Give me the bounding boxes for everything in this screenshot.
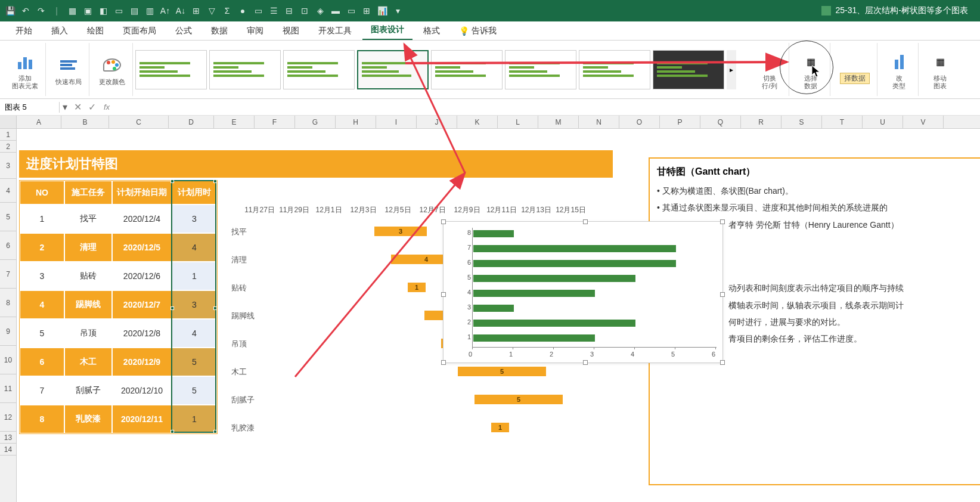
selected-chart[interactable]: 8 7 6 5 4 3 2 1 0 1 2 xyxy=(443,221,723,363)
chart-bar[interactable] xyxy=(473,290,595,297)
col-header[interactable]: I xyxy=(376,116,417,128)
col-header[interactable]: L xyxy=(498,116,538,128)
row-header[interactable]: 2 xyxy=(0,141,16,153)
table-header-task[interactable]: 施工任务 xyxy=(64,181,112,204)
col-header[interactable]: A xyxy=(17,116,61,128)
select-all-corner[interactable] xyxy=(0,116,17,128)
tab-view[interactable]: 视图 xyxy=(274,22,308,40)
col-header[interactable]: S xyxy=(781,116,822,128)
qat-icon[interactable]: ▽ xyxy=(206,5,217,16)
chart-style-7[interactable] xyxy=(579,50,650,89)
qat-icon[interactable]: ▣ xyxy=(82,5,93,16)
chart-style-3[interactable] xyxy=(283,50,355,89)
cancel-formula-icon[interactable]: ✕ xyxy=(70,101,85,113)
qat-icon[interactable]: ⊟ xyxy=(284,5,294,16)
sheet-area[interactable]: A B C D E F G H I J K L M N O P Q R S T … xyxy=(0,116,980,502)
qat-icon[interactable]: ◈ xyxy=(315,5,325,16)
gallery-next-button[interactable]: ▸ xyxy=(727,50,736,89)
qat-icon[interactable]: A↑ xyxy=(160,5,170,16)
accept-formula-icon[interactable]: ✓ xyxy=(85,101,99,113)
gantt-bar[interactable]: 5 xyxy=(475,395,563,404)
qat-icon[interactable]: A↓ xyxy=(175,5,186,16)
qat-icon[interactable]: ▭ xyxy=(253,5,263,16)
chart-bar[interactable] xyxy=(473,230,514,237)
quick-layout-button[interactable]: 快速布局 xyxy=(53,51,84,88)
qat-icon[interactable]: ▥ xyxy=(144,5,155,16)
qat-icon[interactable]: ◧ xyxy=(98,5,108,16)
table-header-no[interactable]: NO xyxy=(20,181,64,204)
add-chart-element-button[interactable]: 添加 图表元素 xyxy=(10,47,41,91)
qat-icon[interactable]: ● xyxy=(237,5,248,16)
chart-style-1[interactable] xyxy=(135,50,207,89)
col-header[interactable]: H xyxy=(336,116,376,128)
gantt-bar[interactable]: 1 xyxy=(491,423,509,432)
qat-icon[interactable]: ▦ xyxy=(67,5,77,16)
gantt-bar[interactable]: 5 xyxy=(458,367,546,376)
row-header[interactable]: 10 xyxy=(0,346,16,374)
save-icon[interactable]: 💾 xyxy=(5,5,15,16)
row-header[interactable]: 1 xyxy=(0,129,16,141)
row-header[interactable]: 12 xyxy=(0,403,16,432)
tab-pagelayout[interactable]: 页面布局 xyxy=(114,22,165,40)
tab-formulas[interactable]: 公式 xyxy=(167,22,200,40)
choose-data-tooltip[interactable]: 择数据 xyxy=(838,52,872,86)
change-chart-type-button[interactable]: 改 类型 xyxy=(885,47,913,91)
redo-icon[interactable]: ↷ xyxy=(36,5,46,16)
tab-format[interactable]: 格式 xyxy=(415,22,448,40)
chart-bar[interactable] xyxy=(473,320,635,327)
tab-chartdesign[interactable]: 图表设计 xyxy=(362,21,413,40)
qat-icon[interactable]: ⊡ xyxy=(299,5,310,16)
chart-bar[interactable] xyxy=(473,305,514,312)
chart-style-8[interactable] xyxy=(653,50,724,89)
row-header[interactable]: 3 xyxy=(0,153,16,179)
col-header[interactable]: R xyxy=(741,116,781,128)
tab-insert[interactable]: 插入 xyxy=(43,22,76,40)
tab-data[interactable]: 数据 xyxy=(203,22,236,40)
col-header[interactable]: N xyxy=(579,116,619,128)
tab-tellme[interactable]: 💡 告诉我 xyxy=(451,22,505,40)
gantt-bar[interactable]: 1 xyxy=(408,283,426,292)
qat-icon[interactable]: 📊 xyxy=(377,5,387,16)
chart-bar[interactable] xyxy=(473,275,635,282)
col-header[interactable]: G xyxy=(295,116,336,128)
col-header[interactable]: T xyxy=(822,116,863,128)
qat-icon[interactable]: Σ xyxy=(222,5,232,16)
col-header[interactable]: K xyxy=(457,116,498,128)
col-header[interactable]: V xyxy=(903,116,944,128)
row-header[interactable]: 6 xyxy=(0,231,16,260)
formula-bar[interactable]: fx xyxy=(99,103,980,111)
gantt-bar[interactable]: 3 xyxy=(374,227,427,236)
qat-icon[interactable]: ▭ xyxy=(113,5,124,16)
chart-bar[interactable] xyxy=(473,260,676,267)
move-chart-button[interactable]: ▦ 移动 图表 xyxy=(926,47,954,91)
col-header[interactable]: M xyxy=(538,116,579,128)
row-header[interactable]: 11 xyxy=(0,374,16,403)
tab-developer[interactable]: 开发工具 xyxy=(310,22,360,40)
chart-bar[interactable] xyxy=(473,334,595,342)
col-header[interactable]: P xyxy=(660,116,700,128)
qat-icon[interactable]: ☰ xyxy=(268,5,279,16)
col-header[interactable]: E xyxy=(214,116,255,128)
col-header[interactable]: O xyxy=(619,116,660,128)
qat-icon[interactable]: ⊞ xyxy=(361,5,372,16)
chart-bar[interactable] xyxy=(473,245,676,252)
chart-style-2[interactable] xyxy=(209,50,281,89)
undo-icon[interactable]: ↶ xyxy=(20,5,31,16)
chart-style-4[interactable] xyxy=(357,50,429,89)
row-header[interactable]: 9 xyxy=(0,317,16,346)
tab-review[interactable]: 审阅 xyxy=(238,22,272,40)
col-header[interactable]: D xyxy=(169,116,214,128)
col-header[interactable]: F xyxy=(255,116,295,128)
qat-icon[interactable]: ▭ xyxy=(346,5,356,16)
col-header[interactable]: J xyxy=(417,116,457,128)
row-header[interactable]: 7 xyxy=(0,260,16,289)
row-header[interactable]: 8 xyxy=(0,289,16,317)
col-header[interactable]: C xyxy=(109,116,169,128)
name-box[interactable]: 图表 5 xyxy=(0,102,60,113)
row-header[interactable]: 14 xyxy=(0,444,16,455)
chart-style-5[interactable] xyxy=(431,50,503,89)
qat-icon[interactable]: ⊞ xyxy=(191,5,201,16)
qat-icon[interactable]: ▾ xyxy=(392,5,403,16)
chart-style-6[interactable] xyxy=(505,50,576,89)
row-header[interactable]: 13 xyxy=(0,432,16,444)
